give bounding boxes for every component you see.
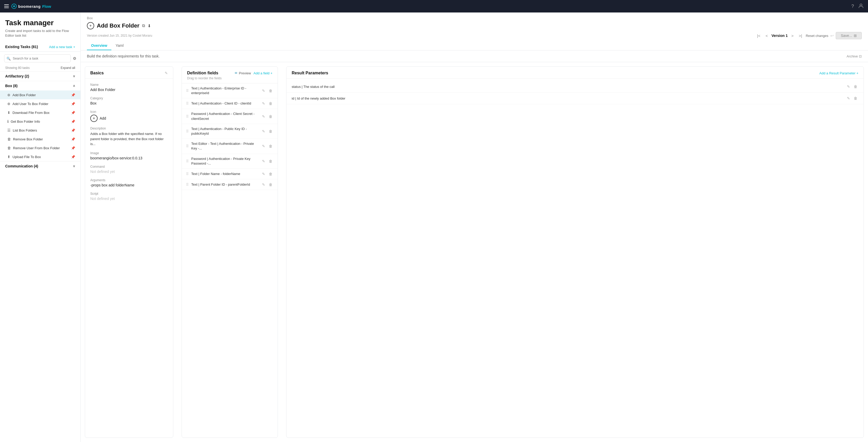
save-button[interactable]: Save... ⊞ [836,32,862,39]
basics-panel: Basics ✎ Name Add Box Folder Category Bo… [85,66,173,438]
task-item-remove-box-folder[interactable]: 🗑 Remove Box Folder 📌 [0,135,81,143]
task-item-remove-user-box-folder[interactable]: 🗑 Remove User From Box Folder 📌 [0,143,81,152]
drag-handle-icon[interactable]: ⠿ [186,101,189,106]
command-field: Command Not defined yet [90,165,168,174]
definition-fields-panel: Definition fields 👁 Preview Add a field … [182,66,278,438]
basics-edit-icon[interactable]: ✎ [165,71,168,75]
next-version-button[interactable]: > [790,33,795,38]
sidebar-actions: Existing Tasks (81) Add a new task + [0,41,81,52]
content-header: Box + Add Box Folder ⧉ ⬇ Version created… [81,12,868,50]
edit-field-button[interactable]: ✎ [261,114,266,119]
archive-button[interactable]: Archive ⊡ [847,54,862,58]
filter-icon[interactable]: ⚙ [73,56,76,61]
task-item-upload-file-box[interactable]: ⬆ Upload File To Box 📌 [0,152,81,161]
def-subtitle: Drag to reorder the fields [187,76,272,80]
user-icon[interactable] [858,3,864,10]
expand-all-button[interactable]: Expand all [61,66,75,70]
category-communication[interactable]: Communication (4) ∨ [0,161,81,171]
delete-field-button[interactable]: 🗑 [268,114,274,119]
add-circle-icon[interactable]: + [87,22,94,29]
result-title: Result Parameters [292,71,328,75]
add-icon-circle[interactable]: + [90,115,98,122]
task-item-add-box-folder[interactable]: ⊕ Add Box Folder 📌 [0,91,81,99]
prev-version-button[interactable]: < [764,33,769,38]
delete-field-button[interactable]: 🗑 [268,143,274,149]
delete-field-button[interactable]: 🗑 [268,171,274,176]
task-title: Add Box Folder [97,22,140,29]
pin-icon: 📌 [71,137,75,141]
delete-field-button[interactable]: 🗑 [268,88,274,93]
task-item-list-box-folders[interactable]: ☰ List Box Folders 📌 [0,126,81,135]
def-item: ⠿ Text | Authentication - Public Key ID … [182,124,278,139]
task-title-row: + Add Box Folder ⧉ ⬇ [87,22,862,29]
plus-circle-icon: ⊕ [7,93,10,97]
download-icon: ⬇ [7,110,10,115]
first-version-button[interactable]: |< [755,33,762,38]
last-version-button[interactable]: >| [797,33,804,38]
search-icon: 🔍 [6,57,11,60]
add-result-parameter-button[interactable]: Add a Result Parameter + [819,71,858,75]
def-item: ⠿ Password | Authentication - Private Ke… [182,154,278,169]
drag-handle-icon[interactable]: ⠿ [186,144,189,148]
drag-handle-icon[interactable]: ⠿ [186,182,189,187]
pin-icon: 📌 [71,146,75,150]
pin-icon: 📌 [71,102,75,106]
panels: Basics ✎ Name Add Box Folder Category Bo… [81,62,868,442]
delete-field-button[interactable]: 🗑 [268,129,274,134]
def-title: Definition fields [187,71,218,75]
add-field-button[interactable]: Add a field + [253,71,272,75]
nav-right: ? [851,3,864,10]
def-item: ⠿ Text Editor - Text | Authentication - … [182,139,278,154]
drag-handle-icon[interactable]: ⠿ [186,172,189,176]
drag-handle-icon[interactable]: ⠿ [186,89,189,93]
edit-field-button[interactable]: ✎ [261,129,266,134]
sidebar-title: Task manager [5,19,75,27]
help-icon[interactable]: ? [851,4,854,9]
edit-field-button[interactable]: ✎ [261,143,266,149]
edit-field-button[interactable]: ✎ [261,101,266,106]
showing-row: Showing 80 tasks Expand all [0,65,81,71]
reset-changes-button[interactable]: Reset changes [806,34,829,38]
task-list: Artifactory (2) ∨ Box (8) ∧ ⊕ Add Box Fo… [0,71,81,442]
tab-yaml[interactable]: Yaml [111,41,128,50]
tab-overview[interactable]: Overview [87,41,111,50]
search-input[interactable] [4,54,71,62]
delete-field-button[interactable]: 🗑 [268,101,274,106]
task-item-download-file-box[interactable]: ⬇ Download File From Box 📌 [0,108,81,117]
edit-field-button[interactable]: ✎ [261,88,266,93]
preview-button[interactable]: 👁 Preview [235,71,251,75]
edit-field-button[interactable]: ✎ [261,182,266,187]
pin-icon: 📌 [71,111,75,115]
delete-field-button[interactable]: 🗑 [268,159,274,164]
download-icon[interactable]: ⬇ [148,24,151,28]
edit-field-button[interactable]: ✎ [261,159,266,164]
content-area: Box + Add Box Folder ⧉ ⬇ Version created… [81,12,868,442]
delete-result-button[interactable]: 🗑 [852,96,858,101]
category-artifactory[interactable]: Artifactory (2) ∨ [0,71,81,81]
category-field: Category Box [90,97,168,105]
version-row: Version created Jun 15, 2021 by Costel M… [87,32,862,39]
task-item-add-user-box-folder[interactable]: ⊕ Add User To Box Folder 📌 [0,99,81,108]
name-field: Name Add Box Folder [90,83,168,92]
top-nav: boomerang Flow ? [0,0,868,12]
def-item-text: Text | Authentication - Client ID - clie… [191,101,258,106]
drag-handle-icon[interactable]: ⠿ [186,129,189,133]
svg-point-1 [860,4,862,6]
delete-field-button[interactable]: 🗑 [268,182,274,187]
task-item-get-box-folder-info[interactable]: ℹ Get Box Folder Info 📌 [0,117,81,126]
hamburger-menu[interactable] [4,4,9,8]
edit-result-button[interactable]: ✎ [846,96,851,101]
sidebar: Task manager Create and import tasks to … [0,12,81,442]
pin-icon: 📌 [71,129,75,132]
edit-result-button[interactable]: ✎ [846,84,851,89]
delete-result-button[interactable]: 🗑 [852,84,858,89]
undo-button[interactable]: ↩ [830,33,834,38]
edit-field-button[interactable]: ✎ [261,171,266,176]
def-item-text: Password | Authentication - Client Secre… [191,111,258,121]
chevron-down-icon: ∨ [73,164,75,168]
copy-icon[interactable]: ⧉ [142,24,145,28]
drag-handle-icon[interactable]: ⠿ [186,114,189,118]
add-new-task-button[interactable]: Add a new task + [49,45,75,49]
drag-handle-icon[interactable]: ⠿ [186,159,189,163]
category-box[interactable]: Box (8) ∧ [0,81,81,91]
